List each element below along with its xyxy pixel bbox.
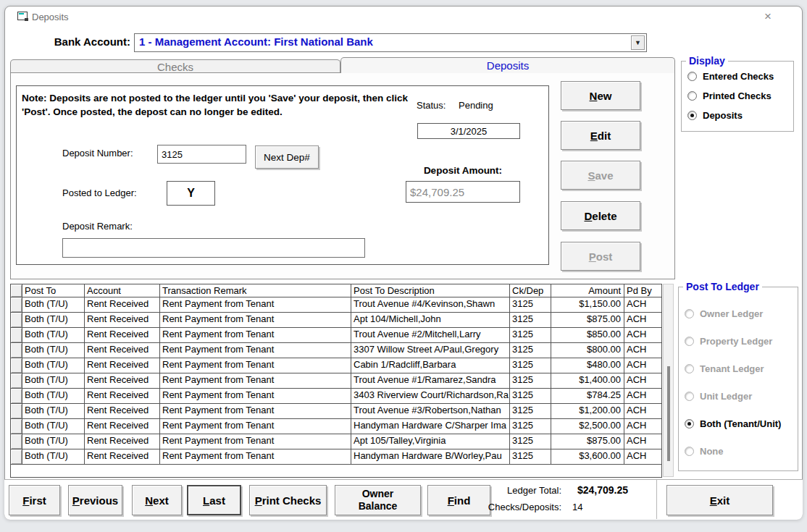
close-icon[interactable]: × [759, 8, 777, 25]
exit-button[interactable]: Exit [666, 485, 773, 515]
combo-dropdown-button[interactable]: ▼ [631, 35, 645, 50]
save-button: Save [561, 161, 640, 190]
cell-post_to: Both (T/U) [22, 343, 85, 358]
table-scrollbar[interactable] [663, 284, 674, 477]
radio-icon[interactable] [687, 111, 697, 120]
cell-amt: $1,150.00 [551, 297, 624, 313]
label-part: P [255, 494, 262, 507]
row-selector[interactable] [11, 389, 22, 404]
deposit-number-input[interactable] [157, 145, 246, 164]
label-part: N [590, 90, 598, 102]
radio-icon[interactable] [687, 91, 697, 101]
cell-remark: Rent Payment from Tenant [160, 389, 351, 404]
radio-label: Unit Ledger [700, 391, 752, 402]
next-button[interactable]: Next [132, 485, 182, 515]
delete-button[interactable]: Delete [561, 201, 640, 230]
cell-desc: Trout Avenue #2/Mitchell,Larry [351, 328, 510, 343]
deposit-note: Note: Deposits are not posted to the led… [22, 91, 417, 119]
radio-option[interactable]: Deposits [682, 106, 793, 125]
label-part: ind [454, 494, 471, 507]
table-row[interactable]: Both (T/U)Rent ReceivedRent Payment from… [11, 328, 661, 343]
new-button[interactable]: New [561, 81, 640, 110]
cell-account: Rent Received [85, 373, 160, 389]
cell-desc: Trout Avenue #3/Robertson,Nathan [351, 404, 510, 419]
cell-pd: ACH [624, 419, 661, 434]
radio-option[interactable]: Printed Checks [682, 86, 793, 106]
table-row[interactable]: Both (T/U)Rent ReceivedRent Payment from… [11, 389, 661, 404]
table-row[interactable]: Both (T/U)Rent ReceivedRent Payment from… [11, 358, 661, 373]
row-selector[interactable] [11, 313, 22, 328]
row-selector[interactable] [11, 419, 22, 434]
table-row[interactable]: Both (T/U)Rent ReceivedRent Payment from… [11, 343, 661, 358]
tab-checks[interactable]: Checks [10, 59, 340, 73]
cell-remark: Rent Payment from Tenant [160, 434, 351, 449]
row-selector[interactable] [11, 404, 22, 419]
table-row[interactable]: Both (T/U)Rent ReceivedRent Payment from… [11, 404, 661, 419]
label-part: L [203, 494, 209, 507]
status-label: Status: [417, 100, 446, 111]
radio-option[interactable]: Entered Checks [682, 67, 793, 86]
bank-account-combobox[interactable]: 1 - Management Account: First National B… [134, 33, 647, 52]
cell-amt: $800.00 [551, 343, 624, 358]
cell-remark: Rent Payment from Tenant [160, 449, 351, 465]
row-selector[interactable] [11, 373, 22, 389]
deposit-remark-input[interactable] [62, 238, 365, 258]
cell-post_to: Both (T/U) [22, 297, 85, 313]
cell-desc: Apt 104/Michell,John [351, 313, 510, 328]
cell-post_to: Both (T/U) [22, 313, 85, 328]
table-row[interactable]: Both (T/U)Rent ReceivedRent Payment from… [11, 449, 661, 465]
label-part: dit [598, 130, 611, 142]
row-selector[interactable] [11, 328, 22, 343]
row-selector[interactable] [11, 434, 22, 449]
row-selector[interactable] [11, 358, 22, 373]
radio-label: Owner Ledger [700, 308, 763, 319]
cell-ck: 3125 [510, 449, 551, 465]
table-row[interactable]: Both (T/U)Rent ReceivedRent Payment from… [11, 373, 661, 389]
row-selector[interactable] [11, 343, 22, 358]
posted-to-ledger-value: Y [167, 181, 215, 206]
cell-post_to: Both (T/U) [22, 404, 85, 419]
radio-icon [685, 392, 694, 401]
edit-button[interactable]: Edit [561, 121, 640, 150]
row-selector[interactable] [11, 449, 22, 465]
deposit-number-label: Deposit Number: [62, 148, 133, 159]
header-ck-dep: Ck/Dep [510, 284, 551, 297]
radio-option: None [679, 437, 798, 465]
header-amount: Amount [551, 284, 624, 297]
cell-ck: 3125 [510, 419, 551, 434]
print-checks-button[interactable]: Print Checks [249, 485, 327, 515]
cell-pd: ACH [624, 389, 661, 404]
radio-option[interactable]: Both (Tenant/Unit) [679, 410, 798, 437]
table-row[interactable]: Both (T/U)Rent ReceivedRent Payment from… [11, 419, 661, 434]
last-button[interactable]: Last [187, 485, 241, 515]
first-button[interactable]: First [9, 485, 60, 515]
owner-balance-button[interactable]: OwnerBalance [335, 485, 421, 515]
deposit-date-field[interactable]: 3/1/2025 [417, 123, 520, 139]
radio-icon [685, 447, 694, 456]
label-part: N [145, 494, 153, 507]
table-row[interactable]: Both (T/U)Rent ReceivedRent Payment from… [11, 434, 661, 449]
cell-remark: Rent Payment from Tenant [160, 373, 351, 389]
next-dep-button[interactable]: Next Dep# [255, 145, 319, 169]
radio-label: Both (Tenant/Unit) [700, 418, 781, 429]
cell-pd: ACH [624, 358, 661, 373]
scrollbar-thumb[interactable] [667, 366, 670, 461]
radio-icon[interactable] [685, 419, 694, 428]
header-post-to-description: Post To Description [351, 284, 510, 297]
table-row[interactable]: Both (T/U)Rent ReceivedRent Payment from… [11, 313, 661, 328]
cell-post_to: Both (T/U) [22, 373, 85, 389]
label-part: P [589, 250, 596, 263]
deposits-table: Post To Account Transaction Remark Post … [10, 284, 662, 478]
post-to-ledger-options: Owner LedgerProperty LedgerTenant Ledger… [679, 292, 798, 465]
label-part: xit [717, 494, 730, 507]
cell-ck: 3125 [510, 404, 551, 419]
label-part: Balance [359, 500, 398, 512]
previous-button[interactable]: Previous [68, 485, 122, 515]
tab-deposits[interactable]: Deposits [340, 57, 675, 73]
radio-icon[interactable] [687, 72, 697, 81]
cell-account: Rent Received [85, 434, 160, 449]
table-row[interactable]: Both (T/U)Rent ReceivedRent Payment from… [11, 297, 661, 313]
row-selector[interactable] [11, 297, 22, 313]
cell-ck: 3125 [510, 297, 551, 313]
radio-label: None [700, 446, 724, 457]
